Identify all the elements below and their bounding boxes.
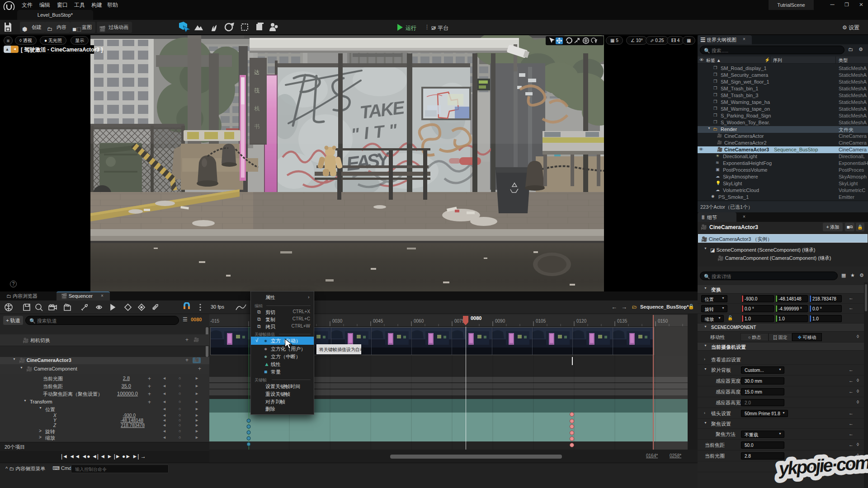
svg-text:0090: 0090 — [495, 319, 505, 324]
svg-text:0135: 0135 — [617, 319, 627, 324]
svg-text:0120: 0120 — [576, 319, 587, 324]
svg-text:0080: 0080 — [471, 315, 481, 321]
svg-text:ykpojie·com: ykpojie·com — [777, 452, 868, 479]
svg-text:0105: 0105 — [536, 319, 546, 324]
svg-text:-015: -015 — [210, 319, 219, 324]
svg-text:0030: 0030 — [332, 319, 343, 324]
svg-text:0045: 0045 — [373, 319, 383, 324]
svg-text:0060: 0060 — [414, 319, 424, 324]
